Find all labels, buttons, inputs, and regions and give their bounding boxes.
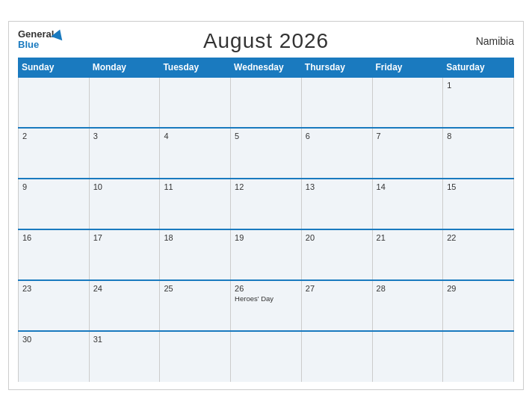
weekday-header-sunday: Sunday xyxy=(19,58,90,78)
calendar-cell: 29 xyxy=(443,280,514,331)
calendar-cell: 7 xyxy=(372,128,443,179)
day-number: 21 xyxy=(377,233,439,242)
logo-general-text: General xyxy=(18,29,54,40)
day-number: 18 xyxy=(164,233,226,242)
calendar-cell: 24 xyxy=(89,280,160,331)
day-number: 20 xyxy=(306,233,368,242)
calendar-cell: 3 xyxy=(89,128,160,179)
weekday-header-thursday: Thursday xyxy=(301,58,372,78)
calendar-week-row: 2345678 xyxy=(19,128,514,179)
day-number: 17 xyxy=(93,233,156,242)
day-number: 24 xyxy=(93,284,156,293)
calendar-cell xyxy=(89,77,160,128)
weekday-header-monday: Monday xyxy=(89,58,160,78)
day-number: 22 xyxy=(447,233,510,242)
calendar-cell xyxy=(160,331,231,382)
calendar-cell: 25 xyxy=(160,280,231,331)
calendar-cell xyxy=(231,77,302,128)
calendar-cell: 16 xyxy=(19,229,90,280)
calendar-cell: 18 xyxy=(160,229,231,280)
calendar-cell: 22 xyxy=(443,229,514,280)
calendar-week-row: 3031 xyxy=(19,331,514,382)
calendar-week-row: 9101112131415 xyxy=(19,179,514,229)
day-number: 29 xyxy=(447,284,510,293)
calendar-cell xyxy=(19,77,90,128)
calendar-cell: 23 xyxy=(19,280,90,331)
day-number: 6 xyxy=(306,132,368,140)
calendar-week-row: 23242526Heroes' Day272829 xyxy=(19,280,514,331)
calendar-cell xyxy=(372,77,443,128)
calendar-cell: 14 xyxy=(372,179,443,229)
day-number: 5 xyxy=(235,132,297,140)
calendar-cell: 1 xyxy=(443,77,514,128)
day-number: 8 xyxy=(447,132,510,140)
logo: General Blue xyxy=(18,29,54,51)
day-number: 7 xyxy=(377,132,439,140)
calendar-cell: 5 xyxy=(231,128,302,179)
weekday-header-row: SundayMondayTuesdayWednesdayThursdayFrid… xyxy=(19,58,514,78)
calendar-cell xyxy=(443,331,514,382)
calendar-cell: 17 xyxy=(89,229,160,280)
calendar-cell xyxy=(301,331,372,382)
calendar-cell: 21 xyxy=(372,229,443,280)
day-number: 10 xyxy=(93,182,156,191)
calendar-week-row: 16171819202122 xyxy=(19,229,514,280)
calendar-cell: 8 xyxy=(443,128,514,179)
event-label: Heroes' Day xyxy=(235,294,297,303)
calendar-grid: SundayMondayTuesdayWednesdayThursdayFrid… xyxy=(18,58,514,382)
day-number: 30 xyxy=(22,335,85,344)
day-number: 2 xyxy=(22,132,85,140)
calendar-cell xyxy=(301,77,372,128)
day-number: 19 xyxy=(235,233,297,242)
day-number: 9 xyxy=(22,182,85,191)
calendar-cell: 26Heroes' Day xyxy=(231,280,302,331)
calendar-cell: 15 xyxy=(443,179,514,229)
country-label: Namibia xyxy=(476,35,514,47)
day-number: 14 xyxy=(377,182,439,191)
day-number: 1 xyxy=(447,81,510,90)
day-number: 4 xyxy=(164,132,226,140)
day-number: 11 xyxy=(164,182,226,191)
day-number: 25 xyxy=(164,284,226,293)
calendar-cell: 4 xyxy=(160,128,231,179)
calendar-cell xyxy=(372,331,443,382)
calendar-cell xyxy=(231,331,302,382)
calendar-cell: 27 xyxy=(301,280,372,331)
calendar-cell: 10 xyxy=(89,179,160,229)
calendar-title: August 2026 xyxy=(203,29,329,53)
calendar-cell: 31 xyxy=(89,331,160,382)
calendar-title-block: August 2026 xyxy=(203,29,329,53)
day-number: 26 xyxy=(235,284,297,293)
calendar-cell: 20 xyxy=(301,229,372,280)
day-number: 23 xyxy=(22,284,85,293)
day-number: 31 xyxy=(93,335,156,344)
weekday-header-friday: Friday xyxy=(372,58,443,78)
day-number: 13 xyxy=(306,182,368,191)
calendar-cell: 30 xyxy=(19,331,90,382)
calendar-cell xyxy=(160,77,231,128)
day-number: 12 xyxy=(235,182,297,191)
day-number: 27 xyxy=(306,284,368,293)
calendar-cell: 11 xyxy=(160,179,231,229)
day-number: 28 xyxy=(377,284,439,293)
calendar-cell: 12 xyxy=(231,179,302,229)
day-number: 15 xyxy=(447,182,510,191)
calendar-header: General Blue August 2026 Namibia xyxy=(18,29,514,53)
calendar-cell: 6 xyxy=(301,128,372,179)
weekday-header-wednesday: Wednesday xyxy=(231,58,302,78)
calendar-cell: 19 xyxy=(231,229,302,280)
calendar-cell: 9 xyxy=(19,179,90,229)
weekday-header-saturday: Saturday xyxy=(443,58,514,78)
calendar-cell: 2 xyxy=(19,128,90,179)
weekday-header-tuesday: Tuesday xyxy=(160,58,231,78)
calendar-container: General Blue August 2026 Namibia SundayM… xyxy=(8,21,524,390)
logo-blue-text: Blue xyxy=(18,40,39,50)
calendar-cell: 13 xyxy=(301,179,372,229)
calendar-week-row: 1 xyxy=(19,77,514,128)
day-number: 3 xyxy=(93,132,156,140)
day-number: 16 xyxy=(22,233,85,242)
calendar-cell: 28 xyxy=(372,280,443,331)
